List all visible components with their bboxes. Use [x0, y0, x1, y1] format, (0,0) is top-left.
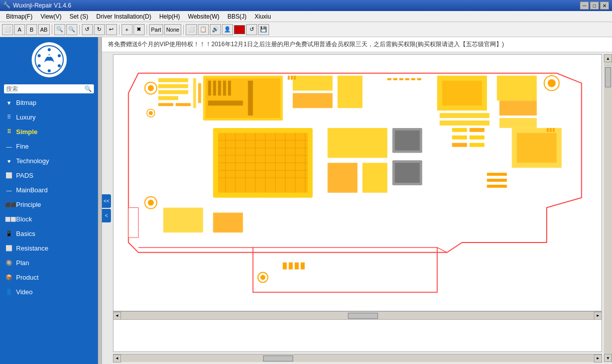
- toolbar-zoom-in[interactable]: 🔍: [54, 24, 65, 35]
- toolbar-plus[interactable]: +: [121, 24, 133, 35]
- h-scroll2-right-btn[interactable]: ►: [594, 354, 602, 362]
- collapse-btn-double[interactable]: <<: [102, 194, 111, 208]
- sidebar-nav: ▼ Bitmap ⠿ Luxury ⠿ Simple — Fine ♥ Tech…: [0, 95, 98, 364]
- svg-point-12: [149, 111, 153, 115]
- svg-rect-85: [452, 136, 467, 140]
- nav-label-bitmap: Bitmap: [16, 99, 36, 106]
- menu-help[interactable]: Help(H): [155, 12, 184, 21]
- nav-item-pads[interactable]: ⬜ PADS: [0, 168, 98, 183]
- minimize-button[interactable]: ─: [580, 2, 589, 10]
- toolbar-color[interactable]: [234, 25, 245, 34]
- svg-rect-53: [327, 163, 357, 193]
- menu-bbs[interactable]: BBS(J): [223, 12, 251, 21]
- window-controls: ─ □ ✕: [580, 2, 609, 10]
- close-button[interactable]: ✕: [600, 2, 609, 10]
- menu-driver[interactable]: Driver Installation(D): [92, 12, 155, 21]
- nav-icon-block: ⬜⬜: [5, 217, 13, 222]
- nav-item-resistance[interactable]: ⬜ Resistance: [0, 241, 98, 256]
- pcb-canvas-area[interactable]: [113, 54, 602, 311]
- menu-set[interactable]: Set (S): [65, 12, 92, 21]
- toolbar-rect[interactable]: ⬜: [2, 24, 13, 35]
- v-scroll-track[interactable]: [604, 62, 612, 354]
- toolbar-ab[interactable]: AB: [38, 24, 50, 35]
- collapse-btn-single[interactable]: <: [102, 209, 111, 222]
- v-scroll-up-btn[interactable]: ▲: [604, 54, 612, 62]
- nav-item-fine[interactable]: — Fine: [0, 139, 98, 154]
- nav-item-simple[interactable]: ⠿ Simple: [0, 125, 98, 139]
- toolbar-camera[interactable]: 💾: [258, 24, 269, 35]
- menu-xiuxiu[interactable]: Xiuxiu: [251, 12, 275, 21]
- menu-bitmap[interactable]: Bitmap(F): [2, 12, 37, 21]
- toolbar-rotate-ccw[interactable]: ↺: [82, 24, 93, 35]
- svg-point-3: [58, 64, 61, 67]
- svg-rect-16: [158, 84, 188, 88]
- svg-rect-78: [283, 263, 287, 270]
- toolbar-part[interactable]: Part: [149, 24, 163, 35]
- svg-rect-26: [213, 81, 216, 96]
- h-scroll2-thumb[interactable]: [263, 355, 293, 361]
- svg-rect-97: [550, 128, 552, 132]
- svg-rect-30: [208, 100, 242, 105]
- svg-point-2: [58, 54, 61, 57]
- nav-icon-video: 👤: [5, 289, 13, 295]
- menu-view[interactable]: View(V): [37, 12, 66, 21]
- toolbar-a[interactable]: A: [14, 24, 25, 35]
- svg-rect-54: [362, 163, 388, 193]
- svg-point-77: [261, 275, 266, 280]
- toolbar-zoom-out[interactable]: 🔍: [66, 24, 77, 35]
- toolbar-clipboard[interactable]: 📋: [198, 24, 209, 35]
- svg-rect-32: [293, 76, 332, 91]
- resize-handle[interactable]: [98, 37, 102, 364]
- h-scroll-thumb[interactable]: [348, 313, 378, 319]
- toolbar-cross[interactable]: ✖: [134, 24, 145, 35]
- toolbar-sound[interactable]: 🔊: [210, 24, 221, 35]
- search-input[interactable]: [6, 85, 84, 92]
- maximize-button[interactable]: □: [590, 2, 599, 10]
- toolbar-user[interactable]: 👤: [222, 24, 233, 35]
- v-scroll-down-btn[interactable]: ▼: [604, 354, 612, 362]
- toolbar-none[interactable]: None: [164, 24, 181, 35]
- h-scroll2-left-btn[interactable]: ◄: [113, 354, 121, 362]
- svg-rect-75: [213, 213, 243, 233]
- svg-rect-74: [163, 208, 203, 233]
- nav-item-principle[interactable]: ⬛⬛ Principle: [0, 197, 98, 212]
- nav-item-luxury[interactable]: ⠿ Luxury: [0, 110, 98, 125]
- nav-item-plan[interactable]: 🔘 Plan: [0, 256, 98, 270]
- nav-item-block[interactable]: ⬜⬜ Block: [0, 212, 98, 226]
- h-scroll-left-btn[interactable]: ◄: [113, 312, 121, 320]
- nav-item-basics[interactable]: 📱 Basics: [0, 226, 98, 241]
- h-scroll-track[interactable]: [121, 312, 594, 319]
- h-scrollbar-pcb[interactable]: ◄ ►: [113, 311, 602, 319]
- v-scrollbar[interactable]: ▲ ▼: [604, 54, 612, 362]
- svg-rect-29: [228, 81, 231, 96]
- toolbar-refresh[interactable]: ↺: [246, 24, 257, 35]
- toolbar-undo[interactable]: ↩: [106, 24, 117, 35]
- search-icon[interactable]: 🔍: [84, 85, 92, 92]
- main-layout: 🔍 ▼ Bitmap ⠿ Luxury ⠿ Simple — Fine ♥ Te…: [0, 37, 612, 364]
- h-scrollbar-lower[interactable]: ◄ ►: [113, 354, 602, 362]
- svg-rect-33: [293, 93, 332, 108]
- nav-item-bitmap[interactable]: ▼ Bitmap: [0, 95, 98, 110]
- nav-item-video[interactable]: 👤 Video: [0, 285, 98, 299]
- toolbar-rotate-cw[interactable]: ↻: [94, 24, 105, 35]
- nav-item-technology[interactable]: ♥ Technology: [0, 154, 98, 168]
- svg-point-6: [38, 54, 41, 57]
- nav-item-product[interactable]: 📦 Product: [0, 270, 98, 285]
- nav-item-mainboard[interactable]: — MainBoard: [0, 183, 98, 197]
- sidebar-search-box[interactable]: 🔍: [4, 84, 94, 93]
- toolbar-b[interactable]: B: [26, 24, 37, 35]
- v-scroll-thumb[interactable]: [605, 67, 611, 87]
- nav-label-resistance: Resistance: [16, 245, 48, 252]
- nav-icon-fine: —: [5, 144, 13, 150]
- toolbar-square[interactable]: ⬜: [186, 24, 197, 35]
- nav-label-luxury: Luxury: [16, 113, 36, 121]
- svg-rect-18: [158, 96, 178, 100]
- h-scroll2-track[interactable]: [121, 355, 594, 362]
- svg-rect-17: [158, 90, 188, 94]
- svg-rect-15: [158, 78, 188, 82]
- h-scroll-right-btn[interactable]: ►: [594, 312, 602, 320]
- nav-icon-resistance: ⬜: [5, 245, 13, 252]
- nav-icon-mainboard: —: [5, 187, 13, 193]
- menu-website[interactable]: Website(W): [184, 12, 223, 21]
- svg-rect-98: [553, 128, 555, 132]
